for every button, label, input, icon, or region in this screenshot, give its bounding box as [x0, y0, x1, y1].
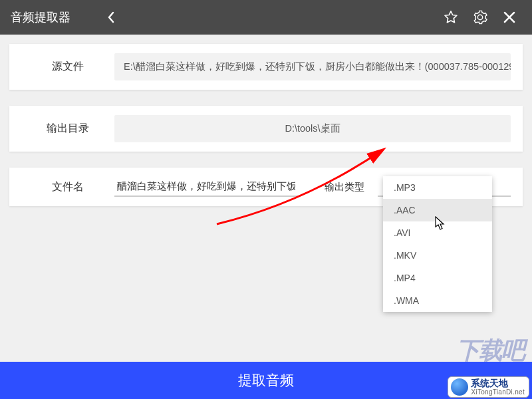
close-button[interactable] — [497, 5, 521, 29]
watermark-cn: 系统天地 — [471, 378, 525, 388]
source-field[interactable]: E:\醋溜白菜这样做，好吃到爆，还特别下饭，厨房小白都能做出来！(000037.… — [114, 53, 511, 80]
output-type-option[interactable]: .MKV — [383, 244, 492, 267]
output-type-dropdown: .MP3.AAC.AVI.MKV.MP4.WMA — [383, 176, 492, 312]
title-bar: 音频提取器 — [0, 0, 532, 35]
filename-input[interactable] — [114, 177, 298, 197]
favorite-button[interactable] — [439, 5, 463, 29]
output-dir-label: 输出目录 — [21, 122, 114, 136]
background-watermark: 下载吧 — [456, 334, 524, 367]
content-area: 源文件 E:\醋溜白菜这样做，好吃到爆，还特别下饭，厨房小白都能做出来！(000… — [0, 35, 532, 362]
chevron-left-icon — [107, 11, 115, 23]
output-type-option[interactable]: .WMA — [383, 289, 492, 312]
gear-icon — [473, 10, 487, 25]
output-type-option[interactable]: .AAC — [383, 199, 492, 221]
output-type-option[interactable]: .AVI — [383, 221, 492, 244]
star-icon — [444, 10, 458, 25]
watermark-en: XiTongTianDi.net — [471, 388, 525, 396]
output-dir-field[interactable]: D:\tools\桌面 — [114, 115, 511, 142]
output-type-label: 输出类型 — [311, 181, 378, 194]
filename-label: 文件名 — [21, 180, 114, 194]
output-dir-row: 输出目录 D:\tools\桌面 — [9, 106, 523, 152]
back-button[interactable] — [101, 7, 121, 27]
close-icon — [503, 11, 515, 23]
source-row: 源文件 E:\醋溜白菜这样做，好吃到爆，还特别下饭，厨房小白都能做出来！(000… — [9, 44, 523, 90]
settings-button[interactable] — [468, 5, 492, 29]
output-type-option[interactable]: .MP4 — [383, 267, 492, 289]
output-type-option[interactable]: .MP3 — [383, 176, 492, 199]
source-label: 源文件 — [21, 60, 114, 74]
site-watermark: 系统天地 XiTongTianDi.net — [448, 376, 529, 398]
app-title: 音频提取器 — [11, 9, 70, 25]
globe-icon — [451, 378, 468, 396]
